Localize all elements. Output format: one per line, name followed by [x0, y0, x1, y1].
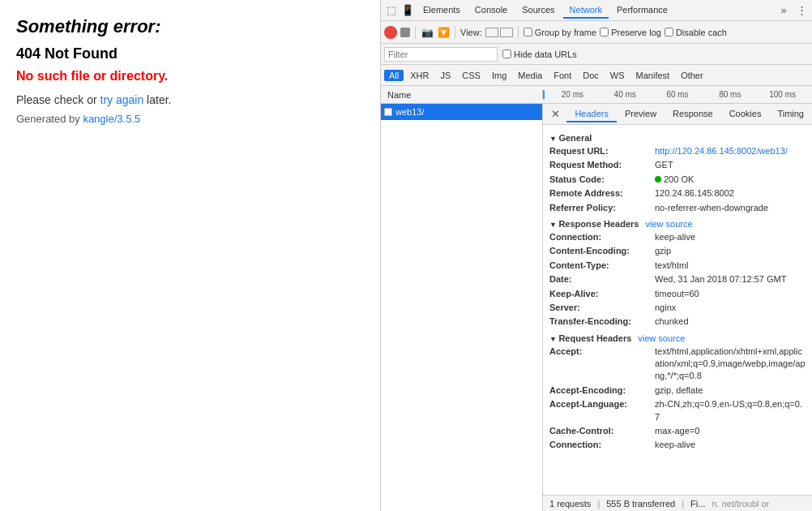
filter-js[interactable]: JS: [435, 70, 455, 81]
details-tab-cookies[interactable]: Cookies: [721, 106, 770, 122]
record-button[interactable]: [384, 26, 397, 39]
network-statusbar: 1 requests | 555 B transferred | Fi... n…: [543, 495, 812, 511]
req-cache-control-value: max-age=0: [655, 425, 699, 437]
resp-content-type-value: text/html: [655, 260, 689, 272]
details-tab-bar: ✕ Headers Preview Response Cookies Timin…: [543, 104, 812, 125]
req-cache-control-row: Cache-Control: max-age=0: [549, 425, 806, 437]
filter-other[interactable]: Other: [676, 70, 708, 81]
resp-connection-value: keep-alive: [655, 231, 695, 243]
resp-server-row: Server: nginx: [549, 302, 806, 314]
filter-all[interactable]: All: [384, 70, 404, 81]
tab-performance[interactable]: Performance: [610, 2, 674, 19]
request-headers-section-header[interactable]: Request Headers: [549, 333, 631, 343]
tab-console[interactable]: Console: [468, 2, 514, 19]
remote-address-value: 120.24.86.145:8002: [655, 187, 734, 200]
kangle-link[interactable]: kangle/3.5.5: [83, 113, 140, 125]
view-list-btn[interactable]: [485, 28, 498, 37]
preserve-log-checkbox[interactable]: [600, 28, 609, 36]
req-accept-language-value: zh-CN,zh;q=0.9,en-US;q=0.8,en;q=0.7: [655, 398, 806, 423]
check-message: Please check or try again later.: [16, 93, 364, 106]
error-panel: Something error: 404 Not Found No such f…: [0, 0, 381, 511]
filter-button[interactable]: 🔽: [437, 26, 450, 39]
filter-ws[interactable]: WS: [605, 70, 630, 81]
req-accept-value: text/html,application/xhtml+xml,applicat…: [655, 346, 806, 383]
resp-transfer-encoding-value: chunked: [655, 316, 689, 328]
details-tab-preview[interactable]: Preview: [617, 106, 665, 122]
devtools-right-icons: » ⋮: [776, 3, 809, 18]
resp-keep-alive-row: Keep-Alive: timeout=60: [549, 288, 806, 300]
details-tab-headers[interactable]: Headers: [566, 106, 617, 122]
resp-content-type-key: Content-Type:: [549, 260, 655, 272]
req-connection-key: Connection:: [549, 439, 655, 451]
devtools-device-icon[interactable]: 📱: [400, 3, 415, 18]
statusbar-finish: Fi...: [690, 499, 705, 509]
response-headers-section-header[interactable]: Response Headers: [549, 219, 639, 229]
tab-elements[interactable]: Elements: [417, 2, 467, 19]
devtools-menu-icon[interactable]: ⋮: [794, 3, 809, 18]
check-after: later.: [143, 93, 171, 106]
generated-text: Generated by: [16, 113, 83, 125]
req-connection-row: Connection: keep-alive: [549, 439, 806, 451]
request-url-key: Request URL:: [549, 145, 655, 157]
statusbar-sep1: |: [597, 499, 600, 509]
general-section-header[interactable]: General: [549, 133, 806, 143]
tick-80ms: 80 ms: [703, 90, 756, 99]
resp-transfer-encoding-key: Transfer-Encoding:: [549, 316, 655, 328]
request-headers-view-source[interactable]: view source: [638, 333, 685, 343]
statusbar-requests: 1 requests: [549, 499, 591, 509]
req-accept-encoding-key: Accept-Encoding:: [549, 384, 655, 397]
filter-xhr[interactable]: XHR: [405, 70, 434, 81]
toolbar-divider-2: [455, 26, 455, 39]
resp-date-value: Wed, 31 Jan 2018 07:12:57 GMT: [655, 273, 786, 286]
filter-font[interactable]: Font: [549, 70, 576, 81]
filter-media[interactable]: Media: [513, 70, 547, 81]
filter-img[interactable]: Img: [487, 70, 511, 81]
devtools-inspect-icon[interactable]: ⬚: [384, 3, 399, 18]
response-headers-view-source[interactable]: view source: [645, 219, 692, 229]
filter-bar: Hide data URLs: [381, 44, 812, 65]
tick-20ms: 20 ms: [546, 90, 599, 99]
request-item-name: web13/: [395, 107, 424, 117]
filter-css[interactable]: CSS: [457, 70, 485, 81]
status-code-row: Status Code: 200 OK: [549, 174, 806, 186]
disable-cache-checkbox[interactable]: [665, 28, 673, 36]
filter-manifest[interactable]: Manifest: [631, 70, 675, 81]
req-accept-language-key: Accept-Language:: [549, 398, 655, 423]
group-by-frame-label: Group by frame: [535, 28, 596, 37]
toolbar-divider-1: [415, 26, 416, 39]
page-title: Something error:: [16, 16, 364, 37]
generated-by: Generated by kangle/3.5.5: [16, 113, 364, 125]
details-tab-timing[interactable]: Timing: [769, 106, 812, 122]
stop-button[interactable]: [400, 28, 410, 37]
check-text: Please check or: [16, 93, 100, 106]
try-again-link[interactable]: try again: [100, 93, 144, 106]
resp-encoding-row: Content-Encoding: gzip: [549, 245, 806, 257]
view-label: View:: [460, 28, 482, 37]
details-close-button[interactable]: ✕: [545, 105, 566, 122]
statusbar-sep2: |: [682, 499, 684, 509]
filter-input[interactable]: [384, 47, 498, 62]
tab-sources[interactable]: Sources: [515, 2, 561, 19]
hide-data-urls-checkbox[interactable]: [502, 49, 511, 58]
request-url-row: Request URL: http://120.24.86.145:8002/w…: [549, 145, 806, 157]
view-waterfall-btn[interactable]: [500, 28, 513, 37]
remote-address-row: Remote Address: 120.24.86.145:8002: [549, 187, 806, 200]
timeline-header: Name 20 ms 40 ms 60 ms 80 ms 100 ms: [381, 86, 812, 104]
more-tabs-icon[interactable]: »: [776, 3, 791, 18]
timeline-indicator: [543, 90, 545, 99]
camera-button[interactable]: 📷: [421, 26, 434, 39]
tab-network[interactable]: Network: [563, 2, 609, 19]
group-by-frame-checkbox[interactable]: [524, 28, 532, 36]
details-tab-response[interactable]: Response: [665, 106, 721, 122]
request-item-web13[interactable]: web13/: [381, 104, 542, 120]
request-method-value: GET: [655, 159, 673, 171]
type-filters: All XHR JS CSS Img Media Font Doc WS Man…: [381, 65, 812, 86]
resp-connection-row: Connection: keep-alive: [549, 231, 806, 243]
resp-transfer-encoding-row: Transfer-Encoding: chunked: [549, 316, 806, 328]
filter-doc[interactable]: Doc: [578, 70, 604, 81]
req-connection-value: keep-alive: [655, 439, 695, 451]
hide-data-urls-label: Hide data URLs: [514, 49, 577, 59]
timeline-bar: 20 ms 40 ms 60 ms 80 ms 100 ms: [543, 90, 812, 99]
resp-keep-alive-key: Keep-Alive:: [549, 288, 655, 300]
hide-data-urls-group: Hide data URLs: [502, 49, 577, 59]
